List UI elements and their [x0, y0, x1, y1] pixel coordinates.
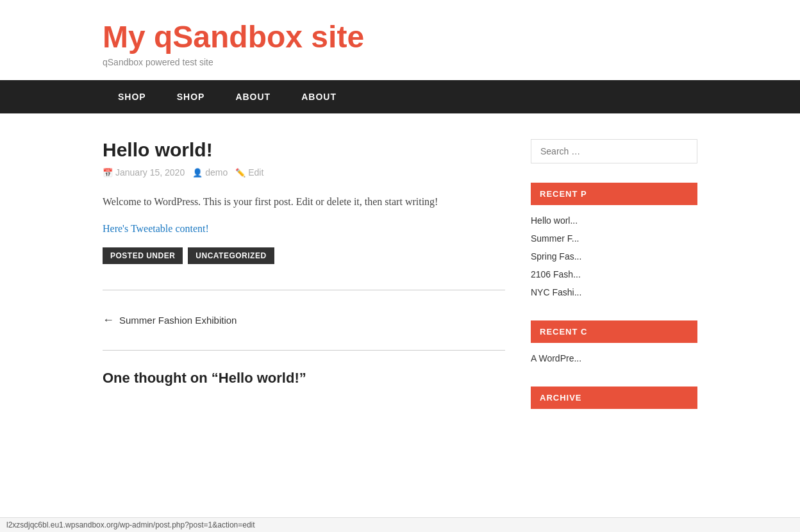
edit-link[interactable]: Edit	[248, 167, 263, 178]
post-author: demo	[192, 167, 228, 178]
list-item[interactable]: NYC Fashi...	[531, 283, 697, 301]
nav-link-about2[interactable]: ABOUT	[286, 80, 352, 113]
post-nav: ← Summer Fashion Exhibition	[103, 303, 505, 337]
nav-item-about1[interactable]: ABOUT	[220, 80, 286, 113]
nav-item-about2[interactable]: ABOUT	[286, 80, 352, 113]
sidebar: RECENT P Hello worl... Summer F... Sprin…	[531, 139, 697, 428]
list-item[interactable]: Summer F...	[531, 229, 697, 247]
nav-link-about1[interactable]: ABOUT	[220, 80, 286, 113]
recent-posts-list: Hello worl... Summer F... Spring Fas... …	[531, 212, 697, 301]
list-item[interactable]: Spring Fas...	[531, 247, 697, 265]
recent-comments-list: A WordPre...	[531, 349, 697, 367]
archives-title: ARCHIVE	[531, 387, 697, 409]
nav-link-shop2[interactable]: SHOP	[162, 80, 221, 113]
sidebar-recent-comments: RECENT C A WordPre...	[531, 320, 697, 367]
post-meta: January 15, 2020 demo Edit	[103, 167, 505, 178]
post-edit[interactable]: Edit	[235, 167, 263, 178]
recent-post-link-1[interactable]: Hello worl...	[531, 215, 578, 226]
recent-posts-title: RECENT P	[531, 183, 697, 205]
nav-item-shop2[interactable]: SHOP	[162, 80, 221, 113]
post-title: Hello world!	[103, 139, 505, 161]
tweetable-link[interactable]: Here's Tweetable content!	[103, 223, 209, 234]
prev-post-link[interactable]: ← Summer Fashion Exhibition	[103, 313, 505, 327]
list-item[interactable]: 2106 Fash...	[531, 265, 697, 283]
site-title: My qSandbox site	[103, 19, 697, 54]
recent-post-link-2[interactable]: Summer F...	[531, 233, 579, 244]
site-tagline: qSandbox powered test site	[103, 57, 697, 67]
main-content: Hello world! January 15, 2020 demo Edit …	[103, 139, 505, 428]
left-arrow-icon: ←	[103, 313, 114, 327]
user-icon	[192, 167, 203, 178]
recent-comments-title: RECENT C	[531, 320, 697, 343]
sidebar-recent-posts: RECENT P Hello worl... Summer F... Sprin…	[531, 183, 697, 301]
post-tags: POSTED UNDER UNCATEGORIZED	[103, 247, 505, 264]
divider-bottom	[103, 350, 505, 351]
content-wrap: Hello world! January 15, 2020 demo Edit …	[0, 113, 800, 454]
recent-comment-link-1[interactable]: A WordPre...	[531, 353, 581, 363]
comments-title: One thought on “Hello world!”	[103, 370, 505, 387]
recent-post-link-3[interactable]: Spring Fas...	[531, 251, 581, 262]
post-author-text: demo	[205, 167, 228, 178]
site-header: My qSandbox site qSandbox powered test s…	[0, 0, 800, 80]
post-date: January 15, 2020	[103, 167, 185, 178]
divider-top	[103, 290, 505, 290]
nav-link-shop1[interactable]: SHOP	[103, 80, 162, 113]
recent-post-link-5[interactable]: NYC Fashi...	[531, 287, 581, 297]
list-item[interactable]: A WordPre...	[531, 349, 697, 367]
sidebar-search-section	[531, 139, 697, 163]
post-date-text: January 15, 2020	[115, 167, 185, 178]
tag-category: UNCATEGORIZED	[188, 247, 274, 264]
post-body: Welcome to WordPress. This is your first…	[103, 193, 505, 210]
search-input[interactable]	[531, 139, 697, 163]
sidebar-archives: ARCHIVE	[531, 387, 697, 409]
recent-post-link-4[interactable]: 2106 Fash...	[531, 269, 581, 279]
edit-icon	[235, 167, 246, 178]
calendar-icon	[103, 167, 113, 178]
tag-posted-under: POSTED UNDER	[103, 247, 183, 264]
list-item[interactable]: Hello worl...	[531, 212, 697, 229]
main-nav: SHOP SHOP ABOUT ABOUT	[0, 80, 800, 113]
nav-item-shop1[interactable]: SHOP	[103, 80, 162, 113]
prev-post-label: Summer Fashion Exhibition	[119, 315, 237, 326]
